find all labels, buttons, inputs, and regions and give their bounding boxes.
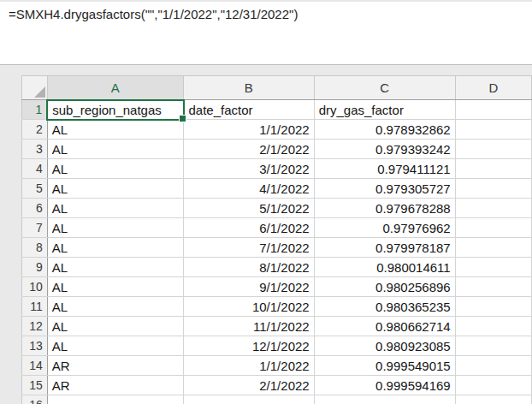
cell-A16[interactable] [47, 395, 183, 404]
cell-A3[interactable]: AL [47, 140, 183, 159]
sheet-row-6: 6AL5/1/20220.979678288 [22, 199, 532, 218]
cell-A12[interactable]: AL [47, 317, 183, 336]
row-header-14[interactable]: 14 [22, 356, 48, 376]
cell-B1[interactable]: date_factor [184, 100, 315, 120]
cell-C16[interactable] [314, 395, 455, 404]
sheet-area: ABCD 1sub_region_natgasdate_factordry_ga… [0, 64, 532, 404]
cell-C3[interactable]: 0.979393242 [314, 140, 455, 159]
sheet-row-10: 10AL9/1/20220.980256896 [22, 277, 532, 297]
cell-B7[interactable]: 6/1/2022 [184, 218, 315, 238]
cell-D11[interactable] [455, 297, 531, 317]
cell-A10[interactable]: AL [47, 277, 183, 297]
cell-D10[interactable] [455, 277, 531, 297]
cell-D15[interactable] [455, 376, 531, 395]
cell-B4[interactable]: 3/1/2022 [184, 159, 315, 179]
cell-C15[interactable]: 0.999594169 [314, 376, 455, 395]
row-header-7[interactable]: 7 [22, 218, 48, 238]
cell-A7[interactable]: AL [47, 218, 183, 238]
row-header-1[interactable]: 1 [22, 100, 48, 120]
cell-B13[interactable]: 12/1/2022 [184, 336, 315, 356]
cell-B16[interactable] [184, 395, 315, 404]
cell-A13[interactable]: AL [47, 336, 183, 356]
cell-D5[interactable] [455, 179, 531, 199]
sheet-row-1: 1sub_region_natgasdate_factordry_gas_fac… [22, 100, 532, 120]
cell-B3[interactable]: 2/1/2022 [184, 140, 315, 159]
cell-C13[interactable]: 0.980923085 [314, 336, 455, 356]
cell-D9[interactable] [455, 258, 531, 277]
cell-D1[interactable] [455, 100, 531, 120]
cell-B10[interactable]: 9/1/2022 [184, 277, 315, 297]
cell-C6[interactable]: 0.979678288 [314, 199, 455, 218]
cell-C12[interactable]: 0.980662714 [314, 317, 455, 336]
cell-D12[interactable] [455, 317, 531, 336]
cell-D2[interactable] [455, 120, 531, 140]
fill-handle[interactable] [179, 115, 186, 122]
cell-A8[interactable]: AL [47, 238, 183, 258]
cell-A1[interactable]: sub_region_natgas [47, 100, 183, 120]
row-header-9[interactable]: 9 [22, 258, 48, 277]
cell-A9[interactable]: AL [47, 258, 183, 277]
cell-C9[interactable]: 0.980014611 [314, 258, 455, 277]
cell-B15[interactable]: 2/1/2022 [184, 376, 315, 395]
row-header-4[interactable]: 4 [22, 159, 48, 179]
sheet-row-14: 14AR1/1/20220.999549015 [22, 356, 532, 376]
row-header-10[interactable]: 10 [22, 277, 48, 297]
row-header-13[interactable]: 13 [22, 336, 48, 356]
cell-A14[interactable]: AR [47, 356, 183, 376]
sheet-row-4: 4AL3/1/20220.979411121 [22, 159, 532, 179]
cell-C8[interactable]: 0.979978187 [314, 238, 455, 258]
cell-C14[interactable]: 0.999549015 [314, 356, 455, 376]
cell-A11[interactable]: AL [47, 297, 183, 317]
cell-A2[interactable]: AL [47, 120, 183, 140]
column-header-B[interactable]: B [184, 76, 315, 100]
cell-A6[interactable]: AL [47, 199, 183, 218]
cell-D14[interactable] [455, 356, 531, 376]
row-header-5[interactable]: 5 [22, 179, 48, 199]
select-all-corner[interactable] [22, 76, 48, 100]
sheet-row-8: 8AL7/1/20220.979978187 [22, 238, 532, 258]
cell-C1[interactable]: dry_gas_factor [314, 100, 455, 120]
cell-A4[interactable]: AL [47, 159, 183, 179]
row-header-12[interactable]: 12 [22, 317, 48, 336]
cell-B2[interactable]: 1/1/2022 [184, 120, 315, 140]
cell-D7[interactable] [455, 218, 531, 238]
column-header-C[interactable]: C [314, 76, 455, 100]
cell-D3[interactable] [455, 140, 531, 159]
cell-B6[interactable]: 5/1/2022 [184, 199, 315, 218]
cell-D13[interactable] [455, 336, 531, 356]
formula-input[interactable]: =SMXH4.drygasfactors("","1/1/2022","12/3… [0, 2, 532, 21]
row-header-3[interactable]: 3 [22, 140, 48, 159]
cell-A5[interactable]: AL [47, 179, 183, 199]
cell-B9[interactable]: 8/1/2022 [184, 258, 315, 277]
column-header-D[interactable]: D [455, 76, 531, 100]
cell-B5[interactable]: 4/1/2022 [184, 179, 315, 199]
select-all-triangle-icon [34, 86, 45, 98]
sheet-row-3: 3AL2/1/20220.979393242 [22, 140, 532, 159]
cell-A15[interactable]: AR [47, 376, 183, 395]
cell-C4[interactable]: 0.979411121 [314, 159, 455, 179]
row-header-8[interactable]: 8 [22, 238, 48, 258]
cell-C7[interactable]: 0.97976962 [314, 218, 455, 238]
row-header-2[interactable]: 2 [22, 120, 48, 140]
cell-B12[interactable]: 11/1/2022 [184, 317, 315, 336]
cell-D16[interactable] [455, 395, 531, 404]
spreadsheet-grid: ABCD 1sub_region_natgasdate_factordry_ga… [21, 75, 532, 404]
cell-C11[interactable]: 0.980365235 [314, 297, 455, 317]
row-header-15[interactable]: 15 [22, 376, 48, 395]
row-header-11[interactable]: 11 [22, 297, 48, 317]
cell-C2[interactable]: 0.978932862 [314, 120, 455, 140]
cell-C10[interactable]: 0.980256896 [314, 277, 455, 297]
cell-B11[interactable]: 10/1/2022 [184, 297, 315, 317]
cell-B14[interactable]: 1/1/2022 [184, 356, 315, 376]
cell-D4[interactable] [455, 159, 531, 179]
cell-D6[interactable] [455, 199, 531, 218]
sheet-row-11: 11AL10/1/20220.980365235 [22, 297, 532, 317]
sheet-row-13: 13AL12/1/20220.980923085 [22, 336, 532, 356]
row-header-6[interactable]: 6 [22, 199, 48, 218]
cell-C5[interactable]: 0.979305727 [314, 179, 455, 199]
column-header-row: ABCD [22, 76, 532, 100]
cell-D8[interactable] [455, 238, 531, 258]
cell-B8[interactable]: 7/1/2022 [184, 238, 315, 258]
row-header-16[interactable]: 16 [22, 395, 48, 404]
column-header-A[interactable]: A [47, 76, 183, 100]
